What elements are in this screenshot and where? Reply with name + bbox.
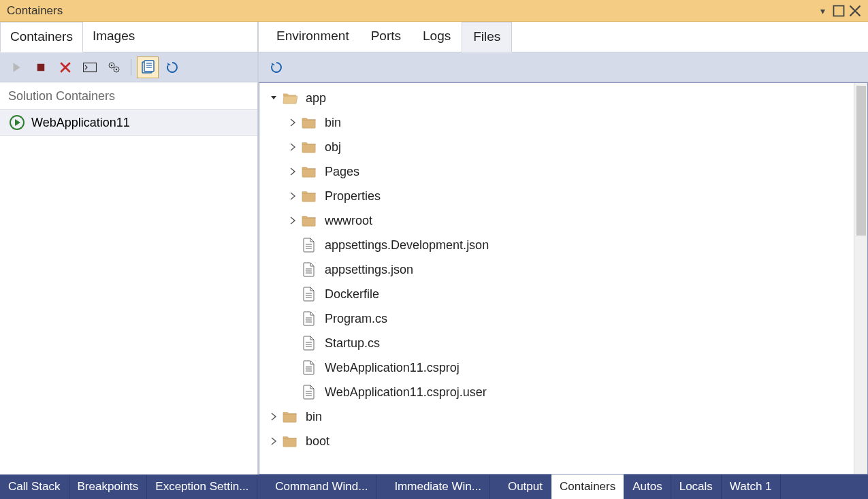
- folder-icon: [302, 164, 317, 179]
- tab-logs[interactable]: Logs: [412, 22, 462, 52]
- toolbar-separator: [131, 59, 131, 76]
- tree-label: WebApplication11.csproj: [325, 361, 460, 375]
- tree-file[interactable]: Dockerfile: [259, 282, 854, 306]
- bottom-tab[interactable]: Containers: [551, 474, 624, 499]
- folder-icon: [302, 213, 317, 228]
- chevron-right-icon: [288, 387, 298, 397]
- tree-label: boot: [306, 434, 329, 449]
- tree-file[interactable]: Startup.cs: [259, 331, 854, 355]
- tree-file[interactable]: appsettings.json: [259, 257, 854, 282]
- chevron-right-icon: [288, 240, 298, 250]
- run-status-icon: [10, 115, 25, 130]
- maximize-icon[interactable]: [833, 5, 845, 17]
- tab-gap: [376, 474, 386, 499]
- chevron-right-icon[interactable]: [288, 191, 298, 201]
- scrollbar[interactable]: [854, 83, 867, 474]
- tree-label: appsettings.Development.json: [325, 238, 489, 253]
- tree-label: wwwroot: [325, 214, 372, 228]
- tree-label: bin: [306, 410, 322, 424]
- tab-gap: [490, 474, 500, 499]
- tree-label: app: [306, 91, 326, 106]
- window-title: Containers: [7, 4, 63, 18]
- chevron-right-icon: [288, 363, 298, 372]
- bottom-tab[interactable]: Output: [500, 474, 551, 499]
- terminal-button[interactable]: [79, 57, 101, 78]
- start-button[interactable]: [5, 57, 27, 78]
- tree-label: appsettings.json: [325, 263, 413, 277]
- chevron-right-icon[interactable]: [288, 167, 298, 176]
- dropdown-icon[interactable]: ▾: [816, 5, 829, 16]
- tree-folder[interactable]: bin: [259, 404, 854, 429]
- tree-label: Properties: [325, 189, 381, 204]
- tree-folder[interactable]: wwwroot: [259, 208, 854, 233]
- tree-folder[interactable]: app: [259, 86, 854, 110]
- bottom-tab[interactable]: Call Stack: [0, 474, 69, 499]
- tab-gap: [257, 474, 267, 499]
- svg-rect-1: [37, 63, 45, 71]
- folder-icon: [283, 409, 298, 424]
- tree-label: Startup.cs: [325, 336, 380, 351]
- chevron-down-icon[interactable]: [269, 93, 278, 103]
- tree-file[interactable]: WebApplication11.csproj: [259, 355, 854, 380]
- folder-icon: [283, 91, 298, 106]
- file-tree[interactable]: appbinobjPagesPropertieswwwrootappsettin…: [259, 83, 854, 474]
- tree-folder[interactable]: bin: [259, 110, 854, 135]
- refresh-files-button[interactable]: [266, 57, 287, 78]
- solution-filter-button[interactable]: [137, 57, 159, 78]
- bottom-tab[interactable]: Locals: [671, 474, 722, 499]
- tab-ports[interactable]: Ports: [360, 22, 412, 52]
- tree-folder[interactable]: Pages: [259, 159, 854, 184]
- bottom-tabstrip: Call StackBreakpointsException Settin...…: [0, 474, 868, 499]
- chevron-right-icon: [288, 265, 298, 274]
- delete-button[interactable]: [54, 57, 76, 78]
- tab-images[interactable]: Images: [83, 22, 144, 52]
- right-tabstrip: Environment Ports Logs Files: [259, 22, 868, 52]
- tree-folder[interactable]: Properties: [259, 184, 854, 208]
- container-name: WebApplication11: [31, 116, 130, 130]
- left-toolbar: [0, 52, 257, 82]
- section-label: Solution Containers: [0, 82, 257, 110]
- right-toolbar: [259, 52, 868, 82]
- chevron-right-icon: [288, 289, 298, 299]
- folder-icon: [302, 140, 317, 155]
- container-item[interactable]: WebApplication11: [0, 110, 257, 136]
- chevron-right-icon: [288, 338, 298, 348]
- svg-rect-2: [84, 63, 97, 71]
- chevron-right-icon[interactable]: [288, 216, 298, 225]
- tree-folder[interactable]: boot: [259, 429, 854, 453]
- bottom-tab[interactable]: Breakpoints: [69, 474, 148, 499]
- bottom-tab[interactable]: Watch 1: [722, 474, 781, 499]
- folder-icon: [283, 434, 298, 449]
- chevron-right-icon: [288, 314, 298, 323]
- settings-button[interactable]: [103, 57, 125, 78]
- chevron-right-icon[interactable]: [288, 142, 298, 152]
- file-icon: [302, 336, 317, 351]
- tree-folder[interactable]: obj: [259, 135, 854, 159]
- tab-environment[interactable]: Environment: [266, 22, 360, 52]
- bottom-tab[interactable]: Autos: [624, 474, 671, 499]
- tab-files[interactable]: Files: [462, 22, 512, 52]
- tree-file[interactable]: Program.cs: [259, 306, 854, 331]
- chevron-right-icon[interactable]: [269, 412, 278, 421]
- svg-rect-8: [144, 61, 154, 71]
- bottom-tab[interactable]: Exception Settin...: [147, 474, 257, 499]
- tree-label: Program.cs: [325, 312, 387, 326]
- bottom-tab[interactable]: Command Wind...: [267, 474, 376, 499]
- stop-button[interactable]: [30, 57, 52, 78]
- file-icon: [302, 360, 317, 375]
- tree-file[interactable]: appsettings.Development.json: [259, 233, 854, 257]
- tree-label: obj: [325, 140, 341, 155]
- chevron-right-icon[interactable]: [288, 118, 298, 127]
- refresh-button[interactable]: [161, 57, 183, 78]
- tree-file[interactable]: WebApplication11.csproj.user: [259, 380, 854, 404]
- folder-icon: [302, 189, 317, 204]
- bottom-tab[interactable]: Immediate Win...: [386, 474, 490, 499]
- chevron-right-icon[interactable]: [269, 436, 278, 446]
- tree-label: Dockerfile: [325, 287, 379, 302]
- close-icon[interactable]: [849, 5, 861, 17]
- tab-containers[interactable]: Containers: [0, 22, 83, 52]
- file-icon: [302, 238, 317, 253]
- svg-point-6: [116, 68, 117, 69]
- scroll-thumb[interactable]: [856, 86, 866, 236]
- folder-icon: [302, 115, 317, 130]
